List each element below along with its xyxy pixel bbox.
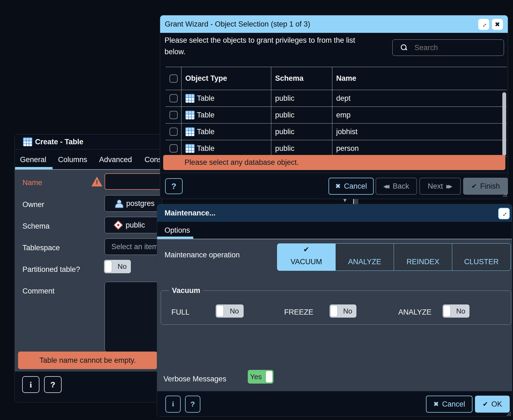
owner-select[interactable]: postgres — [105, 195, 162, 212]
table-icon — [185, 94, 195, 103]
next-icon: ▶▶ — [446, 183, 450, 189]
table-row[interactable]: Table public emp — [166, 107, 507, 123]
vacuum-legend: Vacuum — [169, 286, 203, 295]
back-label: Back — [393, 182, 409, 191]
table-scrollbar[interactable] — [502, 92, 506, 156]
ok-label: OK — [491, 400, 502, 409]
help-icon: ? — [50, 380, 55, 389]
toggle-knob — [217, 306, 223, 317]
comment-textarea[interactable] — [105, 282, 162, 352]
table-row[interactable]: Table public jobhist — [166, 123, 507, 140]
table-icon — [185, 144, 195, 153]
freeze-value: No — [339, 307, 356, 315]
scrollbar-thumb[interactable] — [353, 199, 358, 204]
create-table-title: Create - Table — [35, 138, 83, 146]
info-button[interactable]: i — [165, 396, 181, 413]
verbose-toggle[interactable]: Yes — [248, 370, 273, 384]
tablespace-select[interactable]: Select an item — [105, 238, 162, 255]
table-row[interactable]: Table public person — [166, 140, 507, 157]
schema-label: Schema — [22, 222, 50, 231]
freeze-label: FREEZE — [284, 308, 313, 317]
finish-label: Finish — [480, 182, 500, 191]
finish-button[interactable]: ✔ Finish — [463, 178, 508, 195]
close-button[interactable]: ✖ — [492, 19, 503, 30]
segment-analyze[interactable]: ✔ ANALYZE — [336, 243, 394, 271]
segment-cluster[interactable]: ✔ CLUSTER — [452, 243, 511, 271]
maintenance-titlebar[interactable]: Maintenance... ↔ — [157, 204, 512, 222]
schema-select[interactable]: public — [105, 217, 162, 233]
help-button[interactable]: ? — [165, 178, 183, 194]
create-table-tabbar: General Columns Advanced Constraints — [15, 149, 162, 170]
create-table-error-text: Table name cannot be empty. — [39, 356, 136, 365]
check-icon: ✔ — [471, 182, 477, 190]
maintenance-tabbar: Options — [157, 222, 512, 239]
info-button[interactable]: i — [22, 376, 39, 393]
cell-name: person — [336, 144, 359, 153]
schema-icon — [113, 220, 123, 230]
expand-icon: ↔ — [499, 209, 509, 219]
col-object-type[interactable]: Object Type — [185, 74, 227, 83]
cell-schema: public — [275, 144, 295, 153]
help-button[interactable]: ? — [44, 376, 62, 393]
col-schema[interactable]: Schema — [275, 74, 304, 83]
cancel-button[interactable]: ✖ Cancel — [426, 396, 472, 413]
vacuum-fieldset: Vacuum FULL No FREEZE No ANALYZE No — [161, 286, 511, 325]
user-icon — [115, 200, 123, 207]
resize-grip[interactable] — [507, 412, 511, 416]
tab-general[interactable]: General — [20, 156, 46, 164]
select-all-checkbox[interactable] — [169, 74, 178, 83]
search-box[interactable] — [392, 39, 504, 56]
segment-reindex[interactable]: ✔ REINDEX — [394, 243, 452, 271]
verbose-label: Verbose Messages — [163, 375, 226, 383]
help-button[interactable]: ? — [185, 396, 200, 413]
table-row[interactable]: Table public dept — [166, 90, 507, 107]
search-input[interactable] — [414, 44, 491, 52]
row-checkbox[interactable] — [169, 111, 178, 119]
maximize-button[interactable]: ↔ — [498, 208, 510, 219]
active-tab-underline — [157, 237, 193, 239]
analyze-toggle[interactable]: No — [443, 304, 469, 318]
freeze-toggle[interactable]: No — [330, 304, 356, 318]
create-table-titlebar[interactable]: Create - Table — [15, 134, 162, 149]
row-checkbox[interactable] — [169, 144, 178, 153]
grant-wizard-title: Grant Wizard - Object Selection (step 1 … — [165, 20, 310, 28]
maintenance-title: Maintenance... — [165, 209, 215, 217]
owner-label: Owner — [22, 200, 44, 209]
segment-vacuum[interactable]: ✔ VACUUM — [277, 243, 336, 271]
cancel-button[interactable]: ✖ Cancel — [328, 178, 374, 195]
col-name[interactable]: Name — [336, 74, 356, 83]
tab-advanced[interactable]: Advanced — [99, 156, 132, 164]
ok-button[interactable]: ✔ OK — [475, 396, 510, 413]
tab-options[interactable]: Options — [165, 226, 190, 235]
back-button[interactable]: ◀◀ Back — [376, 178, 417, 195]
cancel-label: Cancel — [344, 182, 367, 191]
name-label: Name — [22, 179, 42, 187]
tab-columns[interactable]: Columns — [58, 156, 87, 164]
row-checkbox[interactable] — [169, 128, 178, 136]
gw-description-line1: Please select the objects to grant privi… — [165, 36, 355, 45]
search-icon — [401, 44, 407, 51]
table-icon — [185, 111, 195, 119]
create-table-body: Name ! Owner postgres Schema public Tabl… — [15, 170, 162, 371]
footer-divider — [160, 173, 508, 173]
name-input[interactable] — [105, 173, 162, 190]
comment-label: Comment — [22, 287, 54, 295]
grant-wizard-titlebar[interactable]: Grant Wizard - Object Selection (step 1 … — [160, 15, 508, 33]
warning-icon: ! — [91, 177, 102, 186]
info-icon: i — [172, 400, 174, 408]
create-table-footer: i ? — [15, 371, 162, 402]
cell-schema: public — [275, 128, 295, 136]
maximize-button[interactable]: ↔ — [478, 19, 489, 30]
cell-schema: public — [275, 94, 295, 103]
segment-label: REINDEX — [407, 258, 439, 266]
table-icon — [185, 127, 195, 136]
cell-name: emp — [336, 111, 351, 119]
partitioned-toggle[interactable]: No — [104, 260, 131, 273]
operation-label: Maintenance operation — [165, 251, 240, 259]
segment-label: ANALYZE — [348, 258, 381, 266]
full-toggle[interactable]: No — [216, 304, 244, 318]
row-checkbox[interactable] — [169, 94, 178, 102]
resize-grip[interactable] — [503, 193, 507, 197]
next-button[interactable]: Next ▶▶ — [419, 178, 461, 195]
segment-label: CLUSTER — [464, 258, 498, 266]
